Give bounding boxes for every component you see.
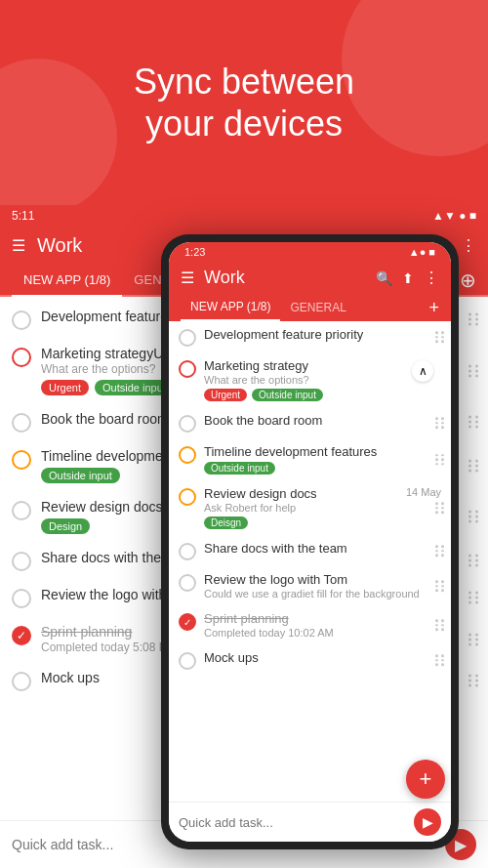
list-item: Mock ups: [169, 644, 451, 676]
phone-menu-icon[interactable]: ☰: [181, 269, 194, 287]
phone-task-title-3: Book the board room: [204, 413, 441, 428]
phone-more-icon[interactable]: ⋮: [424, 269, 439, 287]
phone-task-content-3: Book the board room: [204, 413, 441, 428]
phone-tag-outside-input-4: Outside input: [204, 462, 275, 475]
phone-task-tags-2: Urgent Outside input: [204, 389, 441, 401]
phone-task-section-2: Marketing strategy What are the options?…: [169, 352, 451, 407]
phone-task-title-5: Review design docs: [204, 486, 406, 501]
phone-task-list: Development feature priority Marketing s…: [169, 321, 451, 802]
phone-task-subtitle-7: Could we use a gradiet fill for the back…: [204, 588, 441, 599]
list-item: Book the board room: [169, 407, 451, 438]
phone-task-content-6: Share docs with the team: [204, 541, 441, 556]
phone-tabs: NEW APP (1/8) GENERAL +: [169, 294, 451, 321]
phone-share-icon[interactable]: ⬆: [402, 270, 414, 286]
tablet-tab-newapp[interactable]: NEW APP (1/8): [12, 265, 122, 297]
task-radio-6[interactable]: [12, 552, 31, 571]
phone-task-subtitle-2: What are the options?: [204, 374, 441, 386]
drag-handle-9[interactable]: [468, 675, 480, 687]
task-radio-8[interactable]: [12, 626, 31, 645]
task-radio-2[interactable]: [12, 348, 31, 367]
phone-task-title-6: Share docs with the team: [204, 541, 441, 556]
phone-task-content-8: Sprint planning Completed today 10:02 AM: [204, 611, 441, 639]
tag-design-5: Design: [41, 518, 90, 534]
phone-quick-add-input[interactable]: [179, 815, 406, 830]
phone-tab-newapp[interactable]: NEW APP (1/8): [181, 294, 280, 321]
phone-task-content-9: Mock ups: [204, 650, 441, 665]
phone-task-title-2: Marketing strategy: [204, 358, 441, 373]
phone-task-content-4: Timeline development features Outside in…: [204, 444, 441, 475]
task-radio-5[interactable]: [12, 501, 31, 520]
devices-container: 5:11 ▲▼ ● ■ ☰ Work 🔍 ⬆ ⋮ NEW APP (1/8) G…: [0, 205, 488, 868]
task-radio-7[interactable]: [12, 589, 31, 608]
drag-handle-5[interactable]: [468, 511, 480, 523]
hero-section: Sync between your devices: [0, 0, 488, 205]
phone-overlay: 1:23 ▲● ■ ☰ Work 🔍 ⬆ ⋮ NEW APP (1/8) GEN…: [161, 234, 459, 849]
phone-task-title-1: Development feature priority: [204, 327, 441, 342]
drag-handle-2[interactable]: [468, 364, 480, 377]
task-radio-3[interactable]: [12, 413, 31, 433]
phone-tag-design-5: Deisgn: [204, 517, 248, 529]
list-item: Marketing strategy What are the options?…: [169, 352, 451, 407]
phone-task-title-7: Review the logo with Tom: [204, 572, 441, 587]
task-radio-4[interactable]: [12, 450, 31, 470]
phone-task-row-5: Review design docs Ask Robert for help 1…: [204, 486, 441, 514]
phone-fab-button[interactable]: +: [406, 760, 445, 799]
phone-drag-5[interactable]: [435, 502, 445, 514]
phone-time: 1:23: [184, 246, 205, 258]
list-item: Development feature priority: [169, 321, 451, 352]
phone-task-radio-7[interactable]: [179, 574, 196, 592]
phone-task-radio-9[interactable]: [179, 652, 196, 670]
list-item: Timeline development features Outside in…: [169, 438, 451, 480]
phone-screen: 1:23 ▲● ■ ☰ Work 🔍 ⬆ ⋮ NEW APP (1/8) GEN…: [169, 242, 451, 842]
tablet-add-button[interactable]: ⊕: [460, 269, 476, 292]
list-item: Sprint planning Completed today 10:02 AM: [169, 605, 451, 644]
phone-task-date-5: 14 May: [406, 486, 441, 498]
drag-handle-7[interactable]: [468, 592, 480, 604]
tablet-status-icons: ▲▼ ● ■: [432, 209, 476, 223]
phone-quick-add-bar: ▶: [169, 802, 451, 842]
phone-task-subtitle-5: Ask Robert for help: [204, 502, 406, 514]
tablet-time: 5:11: [12, 209, 34, 223]
list-item: Review design docs Ask Robert for help 1…: [169, 480, 451, 535]
task-radio-9[interactable]: [12, 672, 31, 691]
phone-tab-general[interactable]: GENERAL: [280, 295, 355, 320]
drag-handle-1[interactable]: [468, 313, 480, 326]
collapse-arrow-2[interactable]: ∧: [412, 360, 433, 382]
drag-handle-6[interactable]: [468, 555, 480, 567]
phone-drag-7[interactable]: [435, 580, 445, 592]
drag-handle-4[interactable]: [468, 460, 480, 473]
drag-handle-8[interactable]: [468, 633, 480, 645]
phone-drag-6[interactable]: [435, 545, 445, 557]
phone-task-content-5: Review design docs Ask Robert for help 1…: [204, 486, 441, 529]
tablet-more-icon[interactable]: ⋮: [461, 236, 476, 255]
phone-task-title-9: Mock ups: [204, 650, 441, 665]
drag-handle-3[interactable]: [468, 416, 480, 429]
phone-drag-3[interactable]: [435, 417, 445, 429]
phone-drag-1[interactable]: [435, 331, 445, 343]
hero-circle-right: [342, 0, 488, 156]
phone-status-icons: ▲● ■: [409, 246, 435, 258]
task-radio-1[interactable]: [12, 310, 31, 330]
phone-task-radio-8[interactable]: [179, 613, 196, 631]
phone-task-radio-2[interactable]: [179, 360, 196, 378]
list-item: Review the logo with Tom Could we use a …: [169, 566, 451, 605]
phone-tag-urgent: Urgent: [204, 389, 247, 401]
phone-drag-9[interactable]: [435, 654, 445, 666]
tag-urgent: Urgent: [41, 380, 89, 395]
hero-title: Sync between your devices: [134, 61, 354, 145]
phone-drag-8[interactable]: [435, 619, 445, 631]
phone-send-button[interactable]: ▶: [414, 808, 441, 836]
phone-task-radio-4[interactable]: [179, 446, 196, 464]
hero-circle-left: [0, 59, 117, 205]
phone-add-button[interactable]: +: [428, 298, 439, 318]
phone-task-radio-1[interactable]: [179, 329, 196, 347]
phone-title: Work: [204, 268, 366, 288]
tablet-menu-icon[interactable]: ☰: [12, 236, 25, 255]
phone-search-icon[interactable]: 🔍: [376, 270, 392, 286]
phone-task-radio-6[interactable]: [179, 543, 196, 560]
phone-task-content-7: Review the logo with Tom Could we use a …: [204, 572, 441, 599]
phone-task-title-8: Sprint planning: [204, 611, 441, 626]
phone-task-radio-5[interactable]: [179, 488, 196, 506]
phone-task-radio-3[interactable]: [179, 415, 196, 433]
phone-drag-4[interactable]: [435, 454, 445, 466]
